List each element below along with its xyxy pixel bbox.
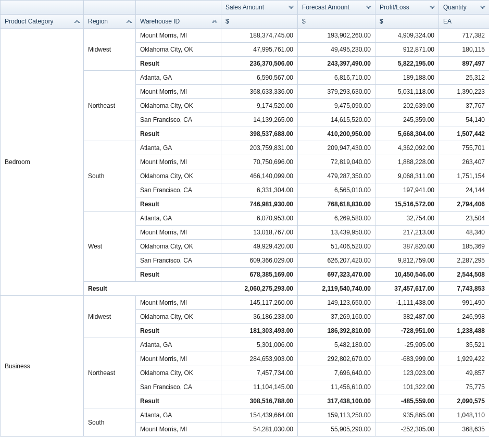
sort-desc-icon[interactable] bbox=[366, 4, 372, 10]
sort-asc-icon[interactable] bbox=[211, 18, 218, 24]
sales-cell: 203,759,831.00 bbox=[221, 141, 298, 155]
forecast-cell: 6,816,710.00 bbox=[298, 71, 375, 85]
sales-cell: 6,070,953.00 bbox=[221, 211, 298, 226]
header-blank-2[interactable] bbox=[84, 1, 136, 15]
header-warehouse-id[interactable]: Warehouse ID bbox=[136, 15, 221, 29]
result-label: Result bbox=[136, 324, 221, 338]
region-cell: Northeast bbox=[84, 71, 136, 141]
warehouse-cell: Mount Morris, MI bbox=[136, 29, 221, 43]
quantity-cell: 7,743,853 bbox=[439, 282, 490, 296]
profit-loss-cell: 37,457,617.00 bbox=[375, 282, 439, 296]
quantity-cell: 185,369 bbox=[439, 240, 490, 254]
forecast-cell: 243,397,490.00 bbox=[298, 57, 375, 71]
quantity-cell: 48,340 bbox=[439, 226, 490, 240]
quantity-cell: 49,857 bbox=[439, 366, 490, 380]
pivot-table: Sales Amount Forecast Amount Profit/Loss… bbox=[0, 0, 489, 437]
profit-loss-cell: -25,905.00 bbox=[375, 338, 439, 352]
sales-cell: 746,981,930.00 bbox=[221, 197, 298, 211]
warehouse-cell: Atlanta, GA bbox=[136, 211, 221, 226]
result-label: Result bbox=[136, 394, 221, 408]
warehouse-cell: Atlanta, GA bbox=[136, 141, 221, 155]
quantity-cell: 1,048,110 bbox=[439, 408, 490, 422]
forecast-cell: 13,439,950.00 bbox=[298, 226, 375, 240]
profit-loss-cell: 4,909,324.00 bbox=[375, 29, 439, 43]
result-label: Result bbox=[136, 57, 221, 71]
sort-asc-icon[interactable] bbox=[74, 18, 80, 24]
sales-cell: 181,303,493.00 bbox=[221, 324, 298, 338]
warehouse-cell: Oklahoma City, OK bbox=[136, 43, 221, 57]
header-quantity[interactable]: Quantity bbox=[439, 1, 490, 15]
sort-desc-icon[interactable] bbox=[288, 4, 294, 10]
header-label: Forecast Amount bbox=[302, 4, 349, 11]
profit-loss-cell: 123,023.00 bbox=[375, 366, 439, 380]
sales-cell: 2,060,275,293.00 bbox=[221, 282, 298, 296]
forecast-cell: 209,947,430.00 bbox=[298, 141, 375, 155]
warehouse-cell: Mount Morris, MI bbox=[136, 422, 221, 437]
quantity-cell: 24,144 bbox=[439, 183, 490, 197]
forecast-cell: 72,819,040.00 bbox=[298, 155, 375, 169]
quantity-cell: 263,407 bbox=[439, 155, 490, 169]
unit-quantity: EA bbox=[439, 15, 490, 29]
header-forecast-amount[interactable]: Forecast Amount bbox=[298, 1, 375, 15]
sales-cell: 9,174,520.00 bbox=[221, 99, 298, 113]
table-row: BedroomMidwestMount Morris, MI188,374,74… bbox=[1, 29, 490, 43]
warehouse-cell: Mount Morris, MI bbox=[136, 155, 221, 169]
profit-loss-cell: 9,068,311.00 bbox=[375, 169, 439, 183]
profit-loss-cell: -683,999.00 bbox=[375, 352, 439, 366]
profit-loss-cell: 1,888,228.00 bbox=[375, 155, 439, 169]
warehouse-cell: San Francisco, CA bbox=[136, 254, 221, 268]
region-cell: West bbox=[84, 211, 136, 282]
header-sales-amount[interactable]: Sales Amount bbox=[221, 1, 298, 15]
warehouse-cell: Oklahoma City, OK bbox=[136, 366, 221, 380]
forecast-cell: 149,123,650.00 bbox=[298, 296, 375, 310]
sales-cell: 368,633,336.00 bbox=[221, 85, 298, 99]
warehouse-cell: Mount Morris, MI bbox=[136, 296, 221, 310]
warehouse-cell: Oklahoma City, OK bbox=[136, 310, 221, 324]
header-product-category[interactable]: Product Category bbox=[1, 15, 84, 29]
profit-loss-cell: 15,516,572.00 bbox=[375, 197, 439, 211]
profit-loss-cell: 382,487.00 bbox=[375, 310, 439, 324]
forecast-cell: 697,323,470.00 bbox=[298, 268, 375, 282]
forecast-cell: 49,495,230.00 bbox=[298, 43, 375, 57]
header-region[interactable]: Region bbox=[84, 15, 136, 29]
sort-desc-icon[interactable] bbox=[429, 4, 435, 10]
quantity-cell: 1,751,154 bbox=[439, 169, 490, 183]
sales-cell: 154,439,664.00 bbox=[221, 408, 298, 422]
profit-loss-cell: 5,031,118.00 bbox=[375, 85, 439, 99]
forecast-cell: 11,456,610.00 bbox=[298, 380, 375, 394]
quantity-cell: 991,490 bbox=[439, 296, 490, 310]
header-blank-3[interactable] bbox=[136, 1, 221, 15]
sort-asc-icon[interactable] bbox=[126, 18, 132, 24]
sales-cell: 398,537,688.00 bbox=[221, 127, 298, 141]
header-label: Quantity bbox=[443, 4, 467, 11]
category-cell: Bedroom bbox=[1, 29, 84, 296]
forecast-cell: 51,406,520.00 bbox=[298, 240, 375, 254]
sales-cell: 49,929,420.00 bbox=[221, 240, 298, 254]
forecast-cell: 6,269,580.00 bbox=[298, 211, 375, 226]
profit-loss-cell: 197,941.00 bbox=[375, 183, 439, 197]
forecast-cell: 5,482,180.00 bbox=[298, 338, 375, 352]
result-label: Result bbox=[136, 127, 221, 141]
profit-loss-cell: 217,213.00 bbox=[375, 226, 439, 240]
quantity-cell: 755,701 bbox=[439, 141, 490, 155]
forecast-cell: 2,119,540,740.00 bbox=[298, 282, 375, 296]
forecast-cell: 379,293,630.00 bbox=[298, 85, 375, 99]
pivot-body: BedroomMidwestMount Morris, MI188,374,74… bbox=[1, 29, 490, 437]
profit-loss-cell: -1,111,438.00 bbox=[375, 296, 439, 310]
unit-forecast: $ bbox=[298, 15, 375, 29]
forecast-cell: 159,113,250.00 bbox=[298, 408, 375, 422]
sales-cell: 6,590,567.00 bbox=[221, 71, 298, 85]
sort-desc-icon[interactable] bbox=[480, 4, 486, 10]
table-row: BusinessMidwestMount Morris, MI145,117,2… bbox=[1, 296, 490, 310]
quantity-cell: 35,521 bbox=[439, 338, 490, 352]
quantity-cell: 897,497 bbox=[439, 57, 490, 71]
forecast-cell: 317,438,100.00 bbox=[298, 394, 375, 408]
header-blank-1[interactable] bbox=[1, 1, 84, 15]
warehouse-cell: Oklahoma City, OK bbox=[136, 169, 221, 183]
header-profit-loss[interactable]: Profit/Loss bbox=[375, 1, 439, 15]
sales-cell: 284,653,903.00 bbox=[221, 352, 298, 366]
sales-cell: 466,140,099.00 bbox=[221, 169, 298, 183]
quantity-cell: 2,794,406 bbox=[439, 197, 490, 211]
forecast-cell: 479,287,350.00 bbox=[298, 169, 375, 183]
header-label: Product Category bbox=[5, 18, 53, 25]
